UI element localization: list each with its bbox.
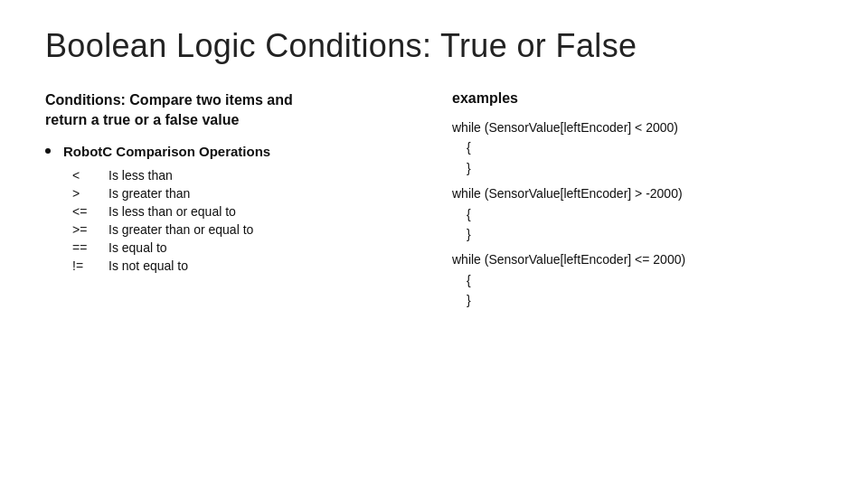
- code-line: {: [452, 137, 823, 157]
- op-symbol: !=: [72, 258, 108, 273]
- code-line: while (SensorValue[leftEncoder] <= 2000): [452, 249, 823, 269]
- subtitle-line2: return a true or a false value: [45, 112, 239, 127]
- slide: Boolean Logic Conditions: True or False …: [0, 0, 868, 488]
- code-line: }: [452, 158, 823, 178]
- code-block: while (SensorValue[leftEncoder] < 2000){…: [452, 117, 823, 178]
- operation-row: ==Is equal to: [72, 240, 434, 255]
- content-row: Conditions: Compare two items and return…: [45, 90, 823, 316]
- subtitle-line1: Conditions: Compare two items and: [45, 92, 293, 108]
- operation-row: <Is less than: [72, 168, 434, 183]
- code-line: }: [452, 290, 823, 310]
- code-line: {: [452, 204, 823, 224]
- slide-title: Boolean Logic Conditions: True or False: [45, 27, 823, 65]
- operation-row: >Is greater than: [72, 186, 434, 201]
- op-symbol: >=: [72, 222, 108, 237]
- code-line: while (SensorValue[leftEncoder] < 2000): [452, 117, 823, 137]
- code-line: {: [452, 270, 823, 290]
- op-symbol: <: [72, 168, 108, 183]
- code-block: while (SensorValue[leftEncoder] <= 2000)…: [452, 249, 823, 310]
- operation-row: <=Is less than or equal to: [72, 204, 434, 219]
- operation-row: !=Is not equal to: [72, 258, 434, 273]
- operation-row: >=Is greater than or equal to: [72, 222, 434, 237]
- op-desc: Is not equal to: [108, 258, 188, 273]
- op-desc: Is greater than: [108, 186, 190, 201]
- code-line: while (SensorValue[leftEncoder] > -2000): [452, 183, 823, 203]
- left-column: Conditions: Compare two items and return…: [45, 90, 434, 277]
- op-symbol: >: [72, 186, 108, 201]
- op-symbol: <=: [72, 204, 108, 219]
- code-line: }: [452, 224, 823, 244]
- op-desc: Is less than or equal to: [108, 204, 236, 219]
- op-desc: Is less than: [108, 168, 173, 183]
- code-block: while (SensorValue[leftEncoder] > -2000)…: [452, 183, 823, 244]
- bullet-icon: [45, 148, 51, 154]
- op-desc: Is greater than or equal to: [108, 222, 253, 237]
- code-blocks: while (SensorValue[leftEncoder] < 2000){…: [452, 117, 823, 311]
- examples-label: examples: [452, 90, 823, 107]
- subtitle: Conditions: Compare two items and return…: [45, 90, 434, 131]
- op-desc: Is equal to: [108, 240, 167, 255]
- op-symbol: ==: [72, 240, 108, 255]
- right-column: examples while (SensorValue[leftEncoder]…: [434, 90, 823, 316]
- section-header: RobotC Comparison Operations: [45, 144, 434, 159]
- section-label: RobotC Comparison Operations: [63, 144, 270, 159]
- operations-table: <Is less than>Is greater than<=Is less t…: [72, 168, 434, 273]
